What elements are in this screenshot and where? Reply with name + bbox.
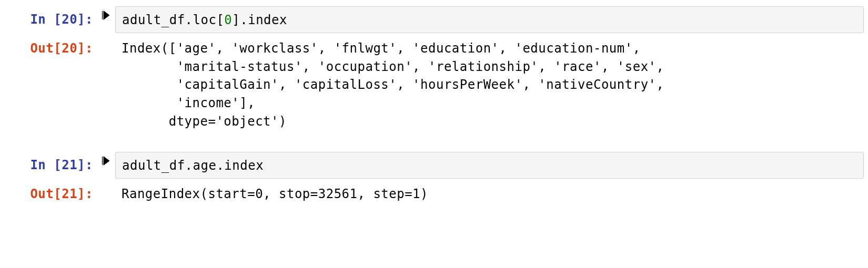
spacer xyxy=(96,35,115,134)
out-prompt-label: Out[20]: xyxy=(30,41,93,56)
output-text: Index(['age', 'workclass', 'fnlwgt', 'ed… xyxy=(115,35,864,134)
in-prompt: In [21]: xyxy=(4,152,96,179)
spacer xyxy=(96,181,115,207)
code-cell-input: In [20]: adult_df.loc[0].index xyxy=(4,6,864,33)
code-token-number: 0 xyxy=(224,13,232,27)
cell-gap xyxy=(4,136,864,152)
in-prompt-label: In [21]: xyxy=(30,158,93,172)
out-prompt: Out[21]: xyxy=(4,181,96,207)
output-text: RangeIndex(start=0, stop=32561, step=1) xyxy=(115,181,864,207)
run-button-col xyxy=(96,6,115,33)
run-button-col xyxy=(96,152,115,179)
output-wrapper: Index(['age', 'workclass', 'fnlwgt', 'ed… xyxy=(115,35,864,134)
code-input[interactable]: adult_df.age.index xyxy=(115,152,864,179)
in-prompt-label: In [20]: xyxy=(30,12,93,27)
code-cell-output: Out[20]: Index(['age', 'workclass', 'fnl… xyxy=(4,35,864,134)
code-cell-output: Out[21]: RangeIndex(start=0, stop=32561,… xyxy=(4,181,864,207)
out-prompt-label: Out[21]: xyxy=(30,187,93,201)
run-cell-icon[interactable] xyxy=(102,156,110,179)
in-prompt: In [20]: xyxy=(4,6,96,33)
code-token: ].index xyxy=(232,13,287,27)
code-input-wrapper: adult_df.loc[0].index xyxy=(115,6,864,33)
code-cell-input: In [21]: adult_df.age.index xyxy=(4,152,864,179)
output-wrapper: RangeIndex(start=0, stop=32561, step=1) xyxy=(115,181,864,207)
code-input[interactable]: adult_df.loc[0].index xyxy=(115,6,864,33)
code-token: adult_df.loc[ xyxy=(122,13,224,27)
out-prompt: Out[20]: xyxy=(4,35,96,134)
run-cell-icon[interactable] xyxy=(102,11,110,33)
code-input-wrapper: adult_df.age.index xyxy=(115,152,864,179)
